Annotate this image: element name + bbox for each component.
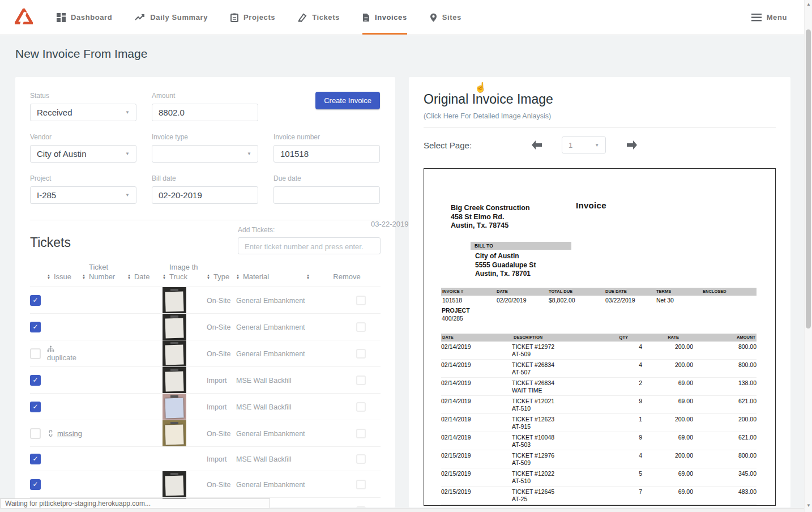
item-qty: 5 — [617, 468, 642, 487]
sort-icon[interactable]: ▲▼ — [82, 274, 86, 281]
scroll-down-icon[interactable]: ▼ — [805, 503, 812, 508]
add-ticket-input[interactable] — [238, 237, 381, 254]
ticket-remove-checkbox[interactable] — [356, 376, 366, 385]
ticket-type: Import — [207, 455, 226, 463]
nav-item-dashboard[interactable]: Dashboard — [57, 0, 112, 35]
summary-value: Net 30 — [656, 297, 674, 304]
ticket-select-checkbox[interactable] — [30, 428, 41, 439]
sort-icon[interactable]: ▲▼ — [236, 274, 240, 281]
ticket-remove-checkbox[interactable] — [356, 429, 366, 438]
ticket-image-thumbnail[interactable] — [163, 471, 186, 497]
ticket-select-checkbox[interactable] — [30, 348, 41, 359]
create-invoice-button[interactable]: Create Invoice — [315, 92, 380, 109]
column-header-remove[interactable]: ▲▼Remove — [306, 262, 381, 287]
item-qty: 8 — [617, 505, 642, 506]
column-header-type[interactable]: ▲▼Type — [207, 262, 236, 287]
menu-button[interactable]: Menu — [751, 0, 787, 35]
ticket-row: ✓On-SiteGeneral Embankment — [30, 287, 381, 314]
ticket-remove-checkbox[interactable] — [356, 454, 366, 464]
items-header-rate: RATE — [668, 334, 679, 342]
status-select[interactable]: Received▼ — [30, 104, 136, 121]
ticket-image-thumbnail[interactable] — [163, 394, 186, 420]
due-date-input[interactable] — [273, 186, 380, 204]
sort-icon[interactable]: ▲▼ — [163, 274, 166, 281]
item-rate: 200.00 — [642, 342, 693, 360]
ticket-number-cell — [82, 367, 127, 394]
item-qty: 2 — [617, 378, 642, 396]
bill-date-field: Bill date — [152, 174, 258, 204]
missing-link[interactable]: missing — [57, 429, 82, 438]
ticket-select-checkbox[interactable]: ✓ — [30, 295, 41, 306]
doc-project-value: 400/285 — [442, 315, 463, 322]
nav-item-daily-summary[interactable]: Daily Summary — [135, 0, 208, 35]
vertical-scrollbar[interactable]: ▲ ▼ — [804, 0, 812, 512]
summary-header-enclosed: ENCLOSED — [703, 288, 726, 296]
page-select[interactable]: 1▼ — [562, 136, 606, 153]
ticket-image-thumbnail[interactable] — [163, 287, 186, 313]
ticket-remove-checkbox[interactable] — [356, 296, 366, 305]
vendor-select[interactable]: City of Austin▼ — [30, 145, 136, 163]
ticket-select-checkbox[interactable]: ✓ — [30, 454, 41, 464]
ticket-image-thumbnail[interactable] — [163, 314, 186, 340]
column-header-date[interactable]: ▲▼Date — [127, 262, 163, 287]
scroll-up-icon[interactable]: ▲ — [805, 2, 812, 7]
project-select[interactable]: I-285▼ — [30, 186, 136, 204]
ticket-remove-checkbox[interactable] — [356, 322, 366, 332]
column-header-issue[interactable]: ▲▼Issue — [47, 262, 82, 287]
ticket-image-thumbnail[interactable] — [163, 340, 186, 366]
issue-label: duplicate — [47, 353, 82, 362]
ticket-select-checkbox[interactable]: ✓ — [30, 479, 41, 490]
tickets-table: ▲▼Issue▲▼Ticket Number▲▼Date▲▼Image th T… — [30, 262, 381, 507]
invoice-summary-header: INVOICE #DATETOTAL DUEDUE DATETERMSENCLO… — [441, 288, 757, 296]
item-rate: 200.00 — [642, 414, 693, 432]
invoice-type-select[interactable]: ▼ — [152, 145, 258, 163]
ticket-image-thumbnail[interactable] — [163, 367, 186, 393]
nav-item-tickets[interactable]: Tickets — [298, 0, 340, 35]
invoice-number-input[interactable] — [273, 145, 380, 163]
status-field: Status Received▼ — [30, 92, 136, 121]
item-description: TICKET #12022AT-510 — [512, 468, 617, 487]
horizontal-scrollbar[interactable] — [0, 508, 804, 512]
item-date: 02/15/2019 — [441, 450, 512, 468]
ticket-row: ✓On-SiteGeneral Embankment — [30, 471, 381, 498]
ticket-date-cell — [127, 471, 163, 498]
previous-page-button[interactable] — [530, 139, 544, 151]
item-date: 02/14/2019 — [441, 360, 512, 378]
invoice-type-field: Invoice type ▼ — [152, 133, 258, 163]
ticket-material: General Embankment — [236, 297, 305, 305]
doc-project-label: PROJECT — [442, 307, 470, 314]
ticket-remove-checkbox[interactable] — [356, 402, 366, 412]
sort-icon[interactable]: ▲▼ — [47, 274, 50, 281]
item-date: 02/14/2019 — [441, 378, 512, 396]
nav-item-sites[interactable]: Sites — [430, 0, 461, 35]
ticket-select-checkbox[interactable]: ✓ — [30, 375, 41, 386]
column-header-image-th-truck[interactable]: ▲▼Image th Truck — [163, 262, 207, 287]
due-date-field: Due date — [273, 174, 380, 204]
tickets-table-body: ✓On-SiteGeneral Embankment✓On-SiteGenera… — [30, 287, 381, 508]
nav-item-invoices[interactable]: Invoices — [362, 0, 407, 35]
sort-icon[interactable]: ▲▼ — [306, 274, 310, 281]
ticket-select-checkbox[interactable]: ✓ — [30, 322, 41, 332]
summary-value: 03/22/2019 — [605, 297, 635, 304]
ticket-remove-checkbox[interactable] — [356, 349, 366, 359]
next-page-button[interactable] — [625, 139, 639, 151]
sort-icon[interactable]: ▲▼ — [207, 274, 210, 281]
sort-icon[interactable]: ▲▼ — [127, 274, 131, 281]
ticket-remove-checkbox[interactable] — [356, 480, 366, 489]
ticket-image-thumbnail[interactable] — [163, 420, 186, 446]
amount-input[interactable] — [152, 104, 258, 121]
nav-item-projects[interactable]: Projects — [230, 0, 275, 35]
line-item-row: 02/15/2019TICKET #11940AT-506869.00552.0… — [441, 505, 757, 506]
app-logo[interactable] — [15, 0, 33, 35]
ticket-select-checkbox[interactable]: ✓ — [30, 402, 41, 412]
column-header-material[interactable]: ▲▼Material — [236, 262, 306, 287]
column-header-ticket-number[interactable]: ▲▼Ticket Number — [82, 262, 127, 287]
invoice-doc-title: Invoice — [576, 200, 606, 210]
chevron-down-icon: ▼ — [247, 151, 251, 156]
ticket-remove-checkbox[interactable] — [356, 506, 366, 508]
scrollbar-thumb[interactable] — [806, 29, 811, 328]
detailed-analysis-link[interactable]: (Click Here For Detailed Image Anlaysis) — [424, 112, 551, 120]
bill-date-input[interactable] — [152, 186, 258, 204]
line-item-row: 02/14/2019TICKET #26834WAIT TIME269.0013… — [441, 378, 757, 396]
ticket-number-cell — [82, 420, 127, 447]
